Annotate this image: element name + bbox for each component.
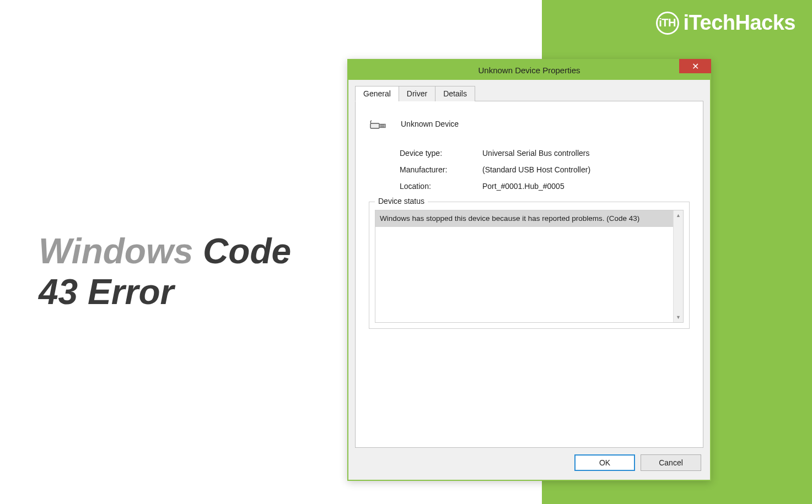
tab-details[interactable]: Details (435, 86, 475, 101)
property-value: Port_#0001.Hub_#0005 (482, 182, 690, 191)
device-header: Unknown Device (369, 112, 690, 136)
property-row-location: Location: Port_#0001.Hub_#0005 (400, 182, 690, 191)
property-row-device-type: Device type: Universal Serial Bus contro… (400, 149, 690, 158)
device-status-legend: Device status (375, 197, 428, 205)
brand-logo-text: iTechHacks (684, 11, 795, 35)
cancel-button[interactable]: Cancel (641, 454, 701, 471)
headline-line-2: 43 Error (39, 272, 291, 313)
device-status-text: Windows has stopped this device because … (375, 210, 683, 227)
dialog-client-area: General Driver Details (348, 80, 710, 480)
brand-badge-icon: iTH (656, 12, 679, 35)
dialog-button-row: OK Cancel (355, 448, 703, 473)
properties-dialog: Unknown Device Properties ✕ General Driv… (347, 59, 711, 481)
page-headline: Windows Code 43 Error (39, 231, 291, 312)
tab-general[interactable]: General (355, 86, 399, 101)
scroll-up-icon[interactable]: ▲ (674, 210, 683, 220)
property-label: Manufacturer: (400, 165, 482, 174)
headline-word-2: Code (193, 231, 291, 271)
usb-device-icon (369, 112, 392, 136)
brand-logo: iTH iTechHacks (656, 11, 795, 35)
property-label: Location: (400, 182, 482, 191)
property-value: (Standard USB Host Controller) (482, 165, 690, 174)
dialog-titlebar[interactable]: Unknown Device Properties ✕ (348, 60, 710, 80)
close-icon: ✕ (692, 61, 699, 72)
headline-word-1: Windows (39, 231, 193, 271)
scroll-down-icon[interactable]: ▼ (674, 312, 683, 322)
tab-strip: General Driver Details (355, 86, 703, 101)
device-name-label: Unknown Device (401, 120, 459, 128)
device-status-textbox[interactable]: Windows has stopped this device because … (375, 210, 684, 323)
svg-rect-0 (370, 123, 379, 128)
device-status-group: Device status Windows has stopped this d… (369, 202, 690, 329)
tab-panel-general: Unknown Device Device type: Universal Se… (355, 101, 703, 448)
ok-button[interactable]: OK (574, 454, 635, 471)
property-row-manufacturer: Manufacturer: (Standard USB Host Control… (400, 165, 690, 174)
scrollbar[interactable]: ▲ ▼ (673, 210, 683, 322)
tab-driver[interactable]: Driver (399, 86, 435, 101)
dialog-title: Unknown Device Properties (478, 66, 580, 75)
property-value: Universal Serial Bus controllers (482, 149, 690, 158)
property-label: Device type: (400, 149, 482, 158)
close-button[interactable]: ✕ (679, 59, 711, 73)
